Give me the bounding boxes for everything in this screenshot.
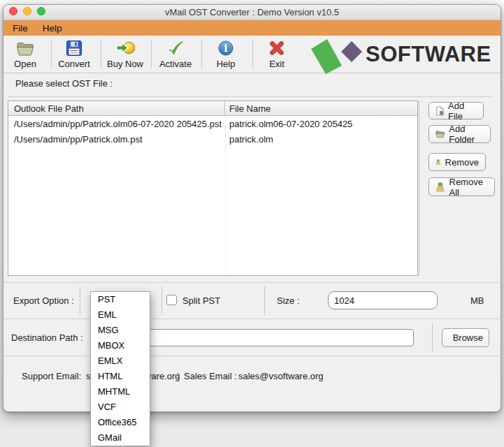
divider (264, 286, 265, 315)
convert-button[interactable]: Convert (50, 38, 98, 69)
remove-button[interactable]: Remove (429, 153, 486, 171)
cell-file-name: patrick.olm (225, 134, 417, 145)
cell-file-path: /Users/admin/pp/Patrick.olm.pst (8, 134, 225, 145)
export-format-dropdown: PST EML MSG MBOX EMLX HTML MHTML VCF Off… (90, 291, 150, 446)
footer-divider: | (177, 370, 179, 381)
select-ost-label: Please select OST File : (15, 78, 113, 89)
browse-label: Browse (453, 332, 483, 343)
file-list-table: Outlook File Path File Name /Users/admin… (8, 101, 418, 276)
divider (8, 96, 492, 97)
split-pst-label: Split PST (182, 295, 220, 306)
cell-file-path: /Users/admin/pp/Patrick.olm06-07-2020 20… (8, 119, 225, 129)
toolbar: Open Convert (3, 36, 501, 73)
size-input[interactable] (328, 291, 438, 309)
export-option-label: Export Option : (13, 295, 74, 306)
menu-help[interactable]: Help (43, 23, 62, 34)
help-button[interactable]: i Help (202, 38, 250, 69)
column-divider (225, 116, 226, 275)
add-folder-icon (435, 129, 445, 139)
remove-all-button[interactable]: Remove All (429, 177, 495, 196)
brush-icon (435, 182, 445, 193)
add-file-icon (435, 105, 444, 117)
browse-button[interactable]: Browse (442, 328, 489, 347)
dropdown-option-office365[interactable]: Office365 (91, 415, 150, 430)
dropdown-option-mbox[interactable]: MBOX (91, 338, 150, 353)
buy-now-label: Buy Now (101, 59, 149, 69)
dropdown-option-msg[interactable]: MSG (91, 323, 150, 338)
zoom-window-button[interactable] (37, 7, 45, 15)
dropdown-option-pst[interactable]: PST (91, 292, 150, 307)
browse-folder-icon (448, 333, 449, 343)
activate-label: Activate (152, 59, 199, 69)
dropdown-option-vcf[interactable]: VCF (91, 400, 150, 415)
dropdown-option-mhtml[interactable]: MHTML (91, 384, 150, 400)
divider (3, 356, 502, 356)
main-content: Please select OST File : Outlook File Pa… (3, 73, 501, 411)
app-window: vMail OST Converter : Demo Version v10.5… (3, 4, 501, 412)
close-window-button[interactable] (9, 7, 17, 15)
divider (3, 282, 502, 283)
open-folder-icon (1, 38, 49, 59)
vsoftware-logo-icon (309, 36, 369, 75)
checkmark-icon (152, 38, 199, 59)
size-label: Size : (277, 295, 300, 306)
divider (432, 324, 433, 352)
dropdown-option-html[interactable]: HTML (91, 369, 150, 384)
exit-label: Exit (253, 59, 301, 69)
title-bar: vMail OST Converter : Demo Version v10.5 (3, 5, 501, 20)
brand-name: SOFTWARE (366, 38, 491, 71)
dropdown-option-eml[interactable]: EML (91, 307, 150, 323)
cell-file-name: patrick.olm06-07-2020 205425 (225, 119, 417, 129)
dropdown-option-gmail[interactable]: GMail (91, 430, 150, 446)
menu-bar: File Help (3, 20, 501, 36)
help-label: Help (202, 59, 250, 69)
window-title: vMail OST Converter : Demo Version v10.5 (3, 5, 501, 20)
add-folder-button[interactable]: Add Folder (429, 125, 491, 143)
column-header-name: File Name (225, 101, 417, 115)
column-header-path: Outlook File Path (8, 101, 225, 115)
table-row[interactable]: /Users/admin/pp/Patrick.olm06-07-2020 20… (8, 116, 417, 131)
divider (161, 286, 162, 315)
menu-file[interactable]: File (13, 23, 28, 34)
exit-x-icon (253, 38, 301, 59)
open-label: Open (1, 59, 49, 69)
add-file-label: Add File (448, 101, 477, 122)
table-header: Outlook File Path File Name (8, 101, 417, 116)
destination-path-label: Destination Path : (11, 332, 83, 343)
divider (80, 286, 80, 315)
sales-email-value: sales@vsoftware.org (238, 371, 324, 381)
svg-text:i: i (224, 43, 227, 54)
remove-label: Remove (445, 157, 479, 168)
buy-now-button[interactable]: Buy Now (101, 38, 149, 69)
minimize-window-button[interactable] (23, 7, 31, 15)
support-email-label: Support Email: (22, 371, 81, 381)
info-icon: i (202, 38, 250, 59)
remove-all-label: Remove All (449, 177, 489, 198)
buy-now-icon (101, 38, 149, 59)
add-file-button[interactable]: Add File (429, 102, 484, 119)
convert-label: Convert (50, 59, 98, 69)
activate-button[interactable]: Activate (152, 38, 199, 69)
divider (3, 318, 502, 319)
table-row[interactable]: /Users/admin/pp/Patrick.olm.pst patrick.… (8, 131, 417, 147)
add-folder-label: Add Folder (449, 124, 484, 145)
floppy-disk-icon (50, 38, 98, 59)
split-pst-checkbox[interactable] (166, 295, 177, 305)
exit-button[interactable]: Exit (253, 38, 301, 69)
sales-email-label: Sales Email : (184, 371, 237, 381)
divider (419, 101, 419, 276)
brush-icon (435, 156, 441, 168)
dropdown-option-emlx[interactable]: EMLX (91, 353, 150, 369)
size-unit-label: MB (470, 295, 484, 306)
open-button[interactable]: Open (1, 38, 49, 69)
